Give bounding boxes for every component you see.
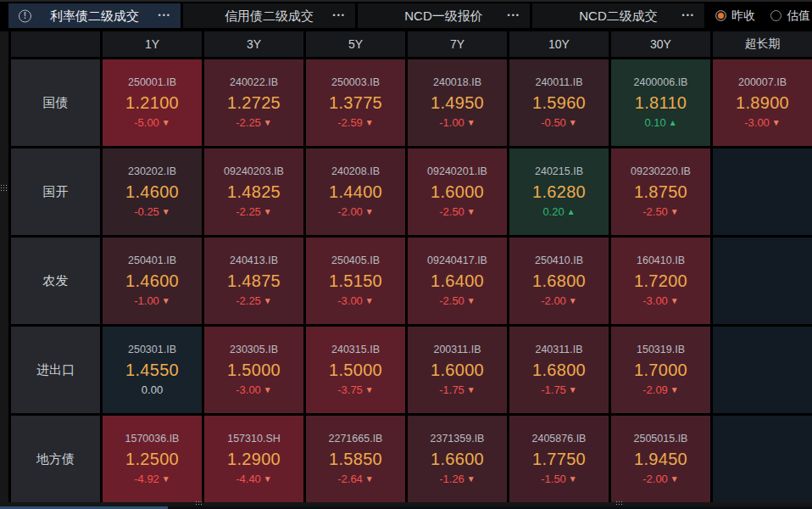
bond-code: 1570036.IB [125, 433, 180, 445]
bond-cell[interactable]: 150319.IB1.7000-2.09▼ [611, 327, 710, 413]
corner-header [11, 31, 100, 57]
bond-cell[interactable]: 2400006.IB1.81100.10▲ [611, 59, 710, 146]
bond-cell[interactable]: 240022.IB1.2725-2.25▼ [204, 59, 303, 146]
tab-credit-secondary[interactable]: 信用债二级成交 ••• [183, 3, 355, 28]
down-arrow-icon: ▼ [162, 297, 170, 305]
bond-cell[interactable]: 250003.IB1.3775-2.59▼ [306, 59, 405, 146]
down-arrow-icon: ▼ [365, 297, 374, 305]
bond-code: 09240417.IB [427, 255, 487, 267]
bond-change: -5.00▼ [134, 116, 170, 130]
grip-icon [1, 185, 2, 186]
bond-cell[interactable]: 09240201.IB1.6000-2.50▼ [408, 148, 507, 235]
bond-cell[interactable]: 240011.IB1.5960-0.50▼ [509, 59, 609, 146]
bond-change: -2.25▼ [236, 205, 272, 219]
row-label: 国债 [11, 59, 100, 146]
bond-cell[interactable]: 250405.IB1.5150-3.00▼ [306, 238, 405, 324]
left-splitter[interactable] [0, 31, 11, 502]
bond-cell[interactable]: 240311.IB1.6800-1.75▼ [509, 327, 609, 413]
bond-cell[interactable]: 157310.SH1.2900-4.40▼ [204, 416, 303, 502]
bond-cell[interactable]: 160410.IB1.7200-3.00▼ [611, 238, 710, 324]
down-arrow-icon: ▼ [264, 297, 272, 305]
bond-yield: 1.8110 [635, 92, 687, 113]
bond-change: 0.10▲ [644, 116, 676, 130]
bond-cell-empty [713, 416, 812, 502]
down-arrow-icon: ▼ [365, 475, 374, 484]
bond-yield: 1.2100 [125, 92, 179, 113]
bond-code: 240311.IB [535, 344, 582, 356]
radio-valuation[interactable]: 估值 [770, 8, 810, 24]
bond-yield: 1.4600 [125, 271, 179, 291]
down-arrow-icon: ▼ [467, 386, 476, 394]
up-arrow-icon: ▲ [669, 119, 677, 127]
bond-cell[interactable]: 09230220.IB1.8750-2.50▼ [611, 148, 710, 235]
tab-menu-icon[interactable]: ••• [159, 3, 171, 28]
tab-menu-icon[interactable]: ••• [508, 3, 520, 28]
bond-cell[interactable]: 230305.IB1.5000-3.00▼ [204, 327, 303, 413]
bond-cell-empty [713, 148, 812, 235]
bond-cell[interactable]: 2371359.IB1.6600-1.26▼ [408, 416, 507, 502]
bond-cell[interactable]: 250301.IB1.45500.00 [103, 327, 202, 413]
bond-cell[interactable]: 200311.IB1.6000-1.75▼ [408, 327, 507, 413]
bond-cell[interactable]: 240215.IB1.62800.20▲ [509, 148, 609, 235]
tab-label: NCD二级成交 [532, 3, 704, 28]
bond-change: -4.40▼ [236, 473, 272, 486]
bond-yield: 1.8750 [634, 182, 687, 202]
bond-market-board: ! 利率债二级成交 ••• 信用债二级成交 ••• NCD一级报价 ••• NC… [0, 0, 812, 509]
bond-yield: 1.6000 [431, 360, 484, 380]
bond-code: 2505015.IB [634, 433, 688, 445]
bond-cell[interactable]: 200007.IB1.8900-3.00▼ [713, 59, 812, 146]
bond-cell[interactable]: 250001.IB1.2100-5.00▼ [103, 59, 202, 146]
tab-ncd-primary[interactable]: NCD一级报价 ••• [358, 3, 530, 28]
radio-prev-close[interactable]: 昨收 [715, 8, 755, 24]
bond-cell[interactable]: 09240203.IB1.4825-2.25▼ [204, 148, 303, 235]
tab-ncd-secondary[interactable]: NCD二级成交 ••• [532, 3, 704, 28]
bond-change: -2.59▼ [337, 116, 374, 130]
grip-icon [616, 501, 617, 502]
bond-code: 250301.IB [128, 344, 176, 356]
bond-code: 250001.IB [128, 76, 176, 89]
bond-cell[interactable]: 240315.IB1.5000-3.75▼ [306, 327, 405, 413]
tab-bar: ! 利率债二级成交 ••• 信用债二级成交 ••• NCD一级报价 ••• NC… [8, 3, 812, 28]
bond-cell[interactable]: 240413.IB1.4875-2.25▼ [204, 238, 303, 324]
tab-menu-icon[interactable]: ••• [682, 3, 695, 28]
bond-cell[interactable]: 2271665.IB1.5850-2.64▼ [306, 416, 405, 502]
bond-change: -2.50▼ [642, 205, 679, 219]
down-arrow-icon: ▼ [365, 119, 374, 127]
bond-change: -3.00▼ [744, 116, 781, 130]
bond-cell[interactable]: 2505015.IB1.9450-2.00▼ [611, 416, 710, 502]
bond-change: -2.25▼ [236, 294, 272, 308]
down-arrow-icon: ▼ [670, 208, 679, 216]
bond-grid: 1Y3Y5Y7Y10Y30Y超长期国债250001.IB1.2100-5.00▼… [11, 31, 812, 502]
bond-code: 250401.IB [128, 255, 176, 267]
info-icon[interactable]: ! [19, 9, 31, 22]
bond-change: -1.26▼ [439, 473, 476, 486]
bond-cell[interactable]: 09240417.IB1.6400-2.50▼ [408, 238, 507, 324]
bond-code: 2371359.IB [431, 433, 485, 445]
bond-cell[interactable]: 240018.IB1.4950-1.00▼ [408, 59, 507, 146]
down-arrow-icon: ▼ [264, 475, 272, 484]
bond-cell[interactable]: 230202.IB1.4600-0.25▼ [103, 148, 202, 235]
bond-cell[interactable]: 250401.IB1.4600-1.00▼ [103, 238, 202, 324]
bond-change: -3.00▼ [236, 383, 272, 397]
tab-menu-icon[interactable]: ••• [333, 3, 346, 28]
bond-yield: 1.6800 [532, 360, 586, 380]
bond-cell[interactable]: 240208.IB1.4400-2.00▼ [306, 148, 405, 235]
bond-yield: 1.5960 [532, 92, 586, 113]
bond-cell[interactable]: 1570036.IB1.2500-4.92▼ [103, 416, 202, 502]
bond-cell[interactable]: 2405876.IB1.7750-1.50▼ [509, 416, 609, 502]
bond-yield: 1.7750 [532, 449, 586, 469]
radio-selected-icon [715, 10, 726, 21]
up-arrow-icon: ▲ [567, 208, 576, 216]
column-header: 3Y [204, 31, 303, 57]
bond-change: -2.64▼ [337, 473, 374, 486]
tab-rates-secondary[interactable]: ! 利率债二级成交 ••• [8, 3, 181, 28]
row-label: 进出口 [11, 327, 100, 413]
radio-label: 估值 [787, 8, 810, 24]
bond-yield: 1.2725 [227, 92, 281, 113]
bond-cell[interactable]: 250410.IB1.6800-2.00▼ [509, 238, 609, 324]
bond-yield: 1.9450 [634, 449, 687, 469]
bond-yield: 1.3775 [329, 92, 382, 113]
bond-change: -1.00▼ [439, 116, 476, 130]
bond-change: -2.09▼ [642, 383, 679, 397]
bond-yield: 1.2500 [125, 449, 179, 469]
